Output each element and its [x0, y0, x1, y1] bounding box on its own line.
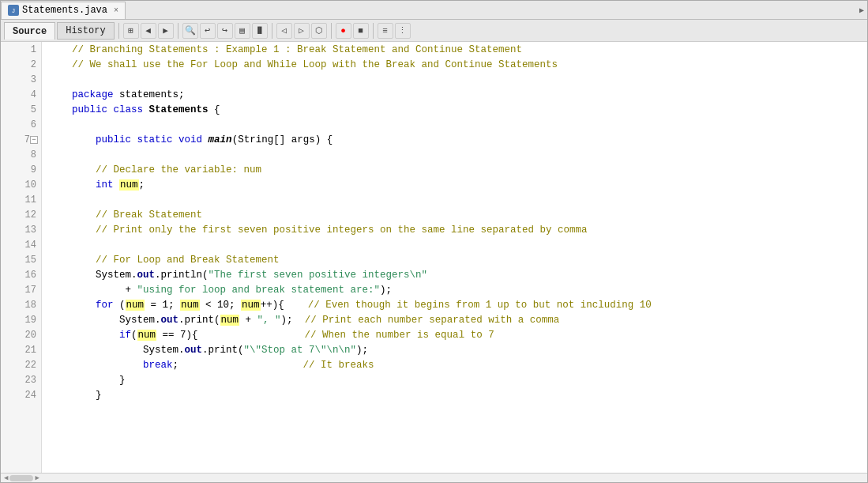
gutter-line-17: 17: [1, 282, 41, 297]
toolbar-btn-next[interactable]: ▶: [158, 23, 174, 39]
gutter-line-11: 11: [1, 192, 41, 207]
tab-scroll-arrow[interactable]: ▶: [856, 6, 867, 15]
gutter-line-10: 10: [1, 177, 41, 192]
gutter-line-23: 23: [1, 372, 41, 387]
code-line-9: // Declare the variable: num: [42, 162, 867, 177]
horizontal-scrollbar[interactable]: ◀ ▶: [1, 473, 867, 482]
toolbar-btn-tasks[interactable]: ≡: [378, 23, 393, 39]
code-line-24: }: [42, 387, 867, 402]
toolbar-separator-4: [331, 23, 332, 39]
gutter-line-16: 16: [1, 267, 41, 282]
toolbar-btn-more[interactable]: ⋮: [395, 23, 411, 39]
code-line-10: int num;: [42, 177, 867, 192]
code-line-23: }: [42, 372, 867, 387]
toolbar-separator-3: [272, 23, 272, 39]
main-window: J Statements.java × ▶ Source History ⊞ ◀…: [0, 0, 868, 483]
toolbar-btn-search[interactable]: 🔍: [182, 23, 198, 39]
code-line-5: public class Statements {: [42, 102, 867, 117]
code-line-18: for (num = 1; num < 10; num++){ // Even …: [42, 297, 867, 312]
tab-bar: J Statements.java × ▶: [1, 1, 867, 20]
code-line-17: + "using for loop and break statement ar…: [42, 282, 867, 297]
toolbar-btn-redo[interactable]: ↪: [217, 23, 233, 39]
code-line-4: package statements;: [42, 87, 867, 102]
gutter-line-9: 9: [1, 162, 41, 177]
source-tab[interactable]: Source: [4, 22, 55, 40]
toolbar-btn-comment[interactable]: ▐▌: [252, 23, 268, 39]
toolbar-btn-undo[interactable]: ↩: [200, 23, 216, 39]
editor-area: 1 2 3 4 5 6 7 − 8 9 10 11 12 13 14 15 16…: [1, 42, 867, 473]
tab-close-button[interactable]: ×: [114, 6, 118, 15]
gutter-line-19: 19: [1, 312, 41, 327]
history-tab[interactable]: History: [57, 22, 114, 40]
code-line-12: // Break Statement: [42, 207, 867, 222]
toolbar-btn-togglemark[interactable]: ⊞: [123, 23, 139, 39]
toolbar-btn-stop[interactable]: ■: [353, 23, 369, 39]
toolbar-btn-shiftleft[interactable]: ◁: [276, 23, 292, 39]
code-line-22: break; // It breaks: [42, 357, 867, 372]
code-line-7: public static void main(String[] args) {: [42, 132, 867, 147]
gutter-line-21: 21: [1, 342, 41, 357]
gutter-line-15: 15: [1, 252, 41, 267]
code-line-8: [42, 147, 867, 162]
toolbar-separator-1: [118, 23, 119, 39]
toolbar-btn-prev[interactable]: ◀: [141, 23, 156, 39]
gutter-line-2: 2: [1, 57, 41, 72]
code-line-19: System.out.print(num + ", "); // Print e…: [42, 312, 867, 327]
gutter-line-20: 20: [1, 327, 41, 342]
gutter-line-3: 3: [1, 72, 41, 87]
gutter-line-1: 1: [1, 42, 41, 57]
gutter-line-6: 6: [1, 117, 41, 132]
collapse-icon-7[interactable]: −: [30, 136, 38, 144]
code-line-16: System.out.println("The first seven posi…: [42, 267, 867, 282]
scroll-right-arrow[interactable]: ▶: [33, 474, 40, 482]
toolbar: Source History ⊞ ◀ ▶ 🔍 ↩ ↪ ▤ ▐▌ ◁ ▷ ⬡ ● …: [1, 20, 867, 42]
code-line-2: // We shall use the For Loop and While L…: [42, 57, 867, 72]
code-line-6: [42, 117, 867, 132]
gutter-line-4: 4: [1, 87, 41, 102]
toolbar-btn-expand[interactable]: ⬡: [311, 23, 327, 39]
gutter-line-12: 12: [1, 207, 41, 222]
gutter-line-18: 18: [1, 297, 41, 312]
gutter-line-22: 22: [1, 357, 41, 372]
gutter-line-5: 5: [1, 102, 41, 117]
code-line-13: // Print only the first seven positive i…: [42, 222, 867, 237]
gutter-line-13: 13: [1, 222, 41, 237]
toolbar-btn-format[interactable]: ▤: [235, 23, 250, 39]
code-line-20: if(num == 7){ // When the number is equa…: [42, 327, 867, 342]
toolbar-btn-run[interactable]: ●: [336, 23, 351, 39]
gutter-line-14: 14: [1, 237, 41, 252]
tab-title: Statements.java: [22, 5, 107, 16]
toolbar-separator-5: [373, 23, 374, 39]
code-line-15: // For Loop and Break Statement: [42, 252, 867, 267]
code-content[interactable]: // Branching Statements : Example 1 : Br…: [42, 42, 867, 473]
java-file-icon: J: [8, 5, 19, 16]
toolbar-btn-shiftright[interactable]: ▷: [294, 23, 310, 39]
code-line-3: [42, 72, 867, 87]
code-line-11: [42, 192, 867, 207]
scroll-left-arrow[interactable]: ◀: [2, 474, 9, 482]
gutter-line-24: 24: [1, 387, 41, 402]
history-tab-label: History: [66, 25, 105, 36]
source-tab-label: Source: [13, 26, 47, 37]
code-line-21: System.out.print("\"Stop at 7\"\n\n");: [42, 342, 867, 357]
file-tab[interactable]: J Statements.java ×: [1, 2, 126, 19]
line-number-gutter: 1 2 3 4 5 6 7 − 8 9 10 11 12 13 14 15 16…: [1, 42, 42, 473]
code-line-1: // Branching Statements : Example 1 : Br…: [42, 42, 867, 57]
toolbar-separator-2: [178, 23, 178, 39]
gutter-line-7: 7 −: [1, 132, 41, 147]
scrollbar-thumb[interactable]: [9, 475, 33, 481]
code-line-14: [42, 237, 867, 252]
gutter-line-8: 8: [1, 147, 41, 162]
